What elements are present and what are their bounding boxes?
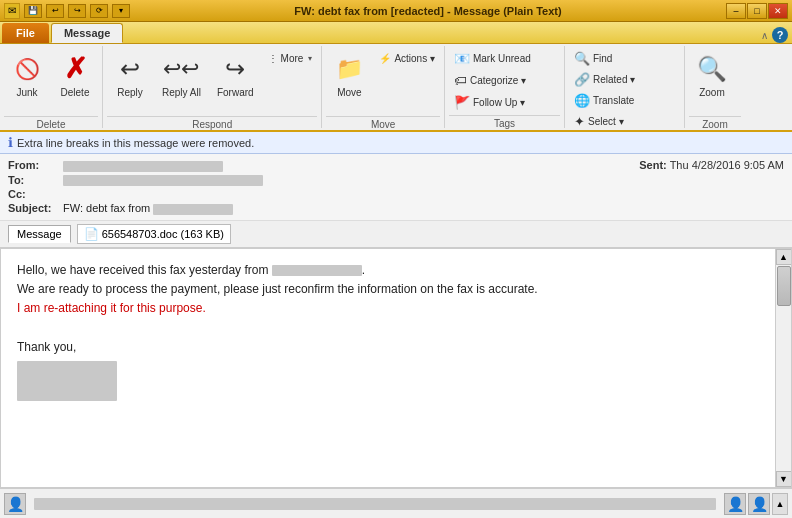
junk-icon: 🚫 (11, 53, 43, 85)
status-bar: 👤 👤 👤 ▲ (0, 488, 792, 518)
related-button[interactable]: 🔗 Related ▾ (569, 69, 640, 90)
refresh-qs-btn[interactable]: ⟳ (90, 4, 108, 18)
sent-label: Sent: (639, 159, 667, 171)
scroll-thumb[interactable] (777, 266, 791, 306)
signature-redacted (17, 361, 117, 401)
scroll-down-arrow[interactable]: ▼ (776, 471, 792, 487)
forward-button[interactable]: ↪ Forward (210, 48, 261, 114)
ribbon-group-editing-content: 🔍 Find 🔗 Related ▾ 🌐 Translate ✦ Select … (569, 48, 680, 132)
tab-file[interactable]: File (2, 23, 49, 43)
title-bar: ✉ 💾 ↩ ↪ ⟳ ▾ FW: debt fax from [redacted]… (0, 0, 792, 22)
select-button[interactable]: ✦ Select ▾ (569, 111, 629, 132)
maximize-button[interactable]: □ (747, 3, 767, 19)
ribbon-group-zoom-label: Zoom (689, 116, 741, 131)
zoom-icon: 🔍 (696, 53, 728, 85)
scroll-track[interactable] (777, 266, 791, 470)
attachment-name: 656548703.doc (163 KB) (102, 228, 224, 240)
ribbon-group-zoom: 🔍 Zoom Zoom (685, 46, 745, 128)
translate-icon: 🌐 (574, 93, 590, 108)
app-icon: ✉ (4, 3, 20, 19)
more-icon: ⋮ (268, 53, 278, 64)
from-row: From: Sent: Thu 4/28/2016 9:05 AM (8, 158, 784, 173)
move-button[interactable]: 📁 Move (326, 48, 372, 114)
body-line5: Thank you, (17, 338, 759, 357)
sent-info: Sent: Thu 4/28/2016 9:05 AM (639, 159, 784, 171)
body-line1-redacted (272, 265, 362, 276)
close-button[interactable]: ✕ (768, 3, 788, 19)
ribbon-group-editing: 🔍 Find 🔗 Related ▾ 🌐 Translate ✦ Select … (565, 46, 685, 128)
mark-unread-button[interactable]: 📧 Mark Unread (449, 48, 536, 69)
scroll-up-arrow[interactable]: ▲ (776, 249, 792, 265)
follow-up-button[interactable]: 🚩 Follow Up ▾ (449, 92, 530, 113)
actions-button[interactable]: ⚡ Actions ▾ (374, 48, 440, 69)
reply-all-button[interactable]: ↩↩ Reply All (155, 48, 208, 114)
redo-qs-btn[interactable]: ↪ (68, 4, 86, 18)
delete-button[interactable]: ✗ Delete (52, 48, 98, 114)
find-button[interactable]: 🔍 Find (569, 48, 617, 69)
ribbon-expand-icon[interactable]: ∧ (761, 30, 768, 41)
translate-button[interactable]: 🌐 Translate (569, 90, 639, 111)
body-line1-before: Hello, we have received this fax yesterd… (17, 263, 272, 277)
actions-icon: ⚡ (379, 53, 391, 64)
body-line1-after: . (362, 263, 365, 277)
ribbon-group-tags: 📧 Mark Unread 🏷 Categorize ▾ 🚩 Follow Up… (445, 46, 565, 128)
forward-label: Forward (217, 87, 254, 98)
ribbon-group-tags-label: Tags (449, 115, 560, 130)
info-message: Extra line breaks in this message were r… (17, 137, 254, 149)
status-right: 👤 👤 ▲ (724, 493, 788, 515)
reply-button[interactable]: ↩ Reply (107, 48, 153, 114)
tab-message[interactable]: Message (51, 23, 123, 43)
reply-all-icon: ↩↩ (165, 53, 197, 85)
junk-label: Junk (16, 87, 37, 98)
to-row: To: (8, 173, 784, 188)
delete-icon: ✗ (59, 53, 91, 85)
ribbon-tabs: File Message ∧ ? (0, 22, 792, 44)
ribbon-group-zoom-content: 🔍 Zoom (689, 48, 741, 114)
scrollbar[interactable]: ▲ ▼ (775, 249, 791, 487)
main-container: ℹ Extra line breaks in this message were… (0, 132, 792, 488)
zoom-button[interactable]: 🔍 Zoom (689, 48, 735, 114)
body-line1: Hello, we have received this fax yesterd… (17, 261, 759, 280)
email-header: From: Sent: Thu 4/28/2016 9:05 AM To: Cc… (0, 154, 792, 221)
window-controls: – □ ✕ (726, 3, 788, 19)
more-button[interactable]: ⋮ More ▾ (263, 48, 318, 69)
message-tab[interactable]: Message (8, 225, 71, 243)
delete-label: Delete (61, 87, 90, 98)
body-line4 (17, 318, 759, 337)
info-bar: ℹ Extra line breaks in this message were… (0, 132, 792, 154)
status-expand-button[interactable]: ▲ (772, 493, 788, 515)
info-icon: ℹ (8, 135, 13, 150)
reply-label: Reply (117, 87, 143, 98)
junk-button[interactable]: 🚫 Junk (4, 48, 50, 114)
undo-qs-btn[interactable]: ↩ (46, 4, 64, 18)
select-label: Select ▾ (588, 116, 624, 127)
more-qs-btn[interactable]: ▾ (112, 4, 130, 18)
body-line2: We are ready to process the payment, ple… (17, 280, 759, 299)
ribbon-group-delete-label: Delete (4, 116, 98, 131)
email-body-wrapper: Hello, we have received this fax yesterd… (0, 248, 792, 488)
follow-up-label: Follow Up ▾ (473, 97, 525, 108)
subject-label: Subject: (8, 202, 63, 214)
categorize-label: Categorize ▾ (470, 75, 526, 86)
from-label: From: (8, 159, 63, 171)
from-value (63, 159, 639, 172)
sender-avatar: 👤 (4, 493, 26, 515)
to-label: To: (8, 174, 63, 186)
save-qs-btn[interactable]: 💾 (24, 4, 42, 18)
mark-unread-label: Mark Unread (473, 53, 531, 64)
cc-row: Cc: (8, 187, 784, 201)
help-icon[interactable]: ? (772, 27, 788, 43)
to-redacted (63, 175, 263, 186)
attachment-item[interactable]: 📄 656548703.doc (163 KB) (77, 224, 231, 244)
ribbon-group-move: 📁 Move ⚡ Actions ▾ Move (322, 46, 445, 128)
status-text-redacted (34, 498, 716, 510)
follow-up-icon: 🚩 (454, 95, 470, 110)
categorize-button[interactable]: 🏷 Categorize ▾ (449, 70, 531, 91)
mark-unread-icon: 📧 (454, 51, 470, 66)
ribbon-group-move-label: Move (326, 116, 440, 131)
subject-value: FW: debt fax from (63, 202, 784, 215)
zoom-label: Zoom (699, 87, 725, 98)
minimize-button[interactable]: – (726, 3, 746, 19)
sent-value: Thu 4/28/2016 9:05 AM (670, 159, 784, 171)
related-icon: 🔗 (574, 72, 590, 87)
